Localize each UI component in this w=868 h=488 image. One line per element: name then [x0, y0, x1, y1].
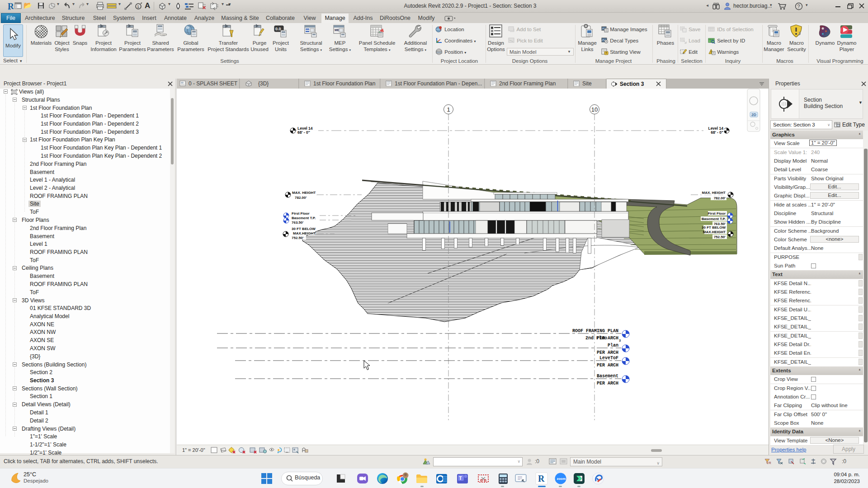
- svg-text:R: R: [769, 461, 771, 465]
- svg-text:30 FT BELOW: 30 FT BELOW: [292, 227, 316, 231]
- svg-text:PER ARCH: PER ARCH: [597, 363, 618, 368]
- svg-text:T: T: [459, 475, 462, 481]
- svg-text:10: 10: [591, 106, 598, 113]
- svg-text:!: !: [711, 50, 712, 54]
- svg-text:R: R: [538, 474, 545, 483]
- svg-text:2nd Floo: 2nd Floo: [585, 336, 607, 341]
- svg-text:MAX.HEIGHT: MAX.HEIGHT: [293, 231, 316, 235]
- svg-text:MAX.HEIGHT: MAX.HEIGHT: [703, 230, 726, 234]
- svg-text:68' - 0": 68' - 0": [711, 130, 723, 135]
- svg-text:782.00': 782.00': [295, 196, 307, 200]
- svg-text:MAX. HEIGHT: MAX. HEIGHT: [292, 191, 316, 195]
- svg-text:Plan: Plan: [608, 343, 618, 348]
- svg-text:PER ARCH: PER ARCH: [597, 350, 618, 355]
- svg-text:Basement T.P.: Basement T.P.: [702, 217, 726, 221]
- svg-text:ROOF FRAMING PLAN: ROOF FRAMING PLAN: [572, 328, 618, 333]
- svg-text:First Floor: First Floor: [708, 211, 726, 216]
- svg-text:Basement T.P.: Basement T.P.: [292, 216, 316, 220]
- svg-text:30 FT BELOW: 30 FT BELOW: [702, 225, 726, 230]
- svg-text:zoom: zoom: [557, 477, 566, 481]
- svg-text:LeveToF: LeveToF: [599, 356, 618, 361]
- svg-text:68' - 0": 68' - 0": [297, 130, 310, 135]
- svg-text:Basement: Basement: [597, 374, 618, 379]
- svg-text:752.50': 752.50': [292, 236, 303, 240]
- svg-text:782.00': 782.00': [714, 196, 726, 200]
- svg-text:PER ARCH: PER ARCH: [597, 381, 618, 386]
- svg-text:✕: ✕: [202, 5, 206, 10]
- svg-text:First Floor: First Floor: [292, 211, 310, 216]
- svg-text:0.0: 0.0: [275, 27, 281, 31]
- svg-text:1: 1: [137, 5, 139, 9]
- svg-text:?: ?: [797, 4, 800, 9]
- svg-text:752.50': 752.50': [714, 235, 726, 239]
- svg-text:763.50': 763.50': [292, 221, 303, 225]
- svg-text:1: 1: [447, 106, 450, 113]
- svg-text:2D: 2D: [751, 113, 756, 117]
- svg-text:3: 3: [619, 339, 621, 343]
- svg-text:MAX. HEIGHT: MAX. HEIGHT: [702, 191, 726, 195]
